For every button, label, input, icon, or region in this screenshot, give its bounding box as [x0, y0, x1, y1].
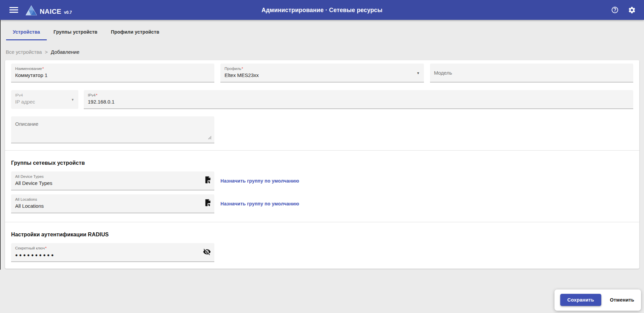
profile-select[interactable]: Профиль* Eltex MES23xx ▼: [220, 64, 424, 82]
help-icon[interactable]: [611, 6, 619, 14]
name-field[interactable]: Наименование* Коммутатор 1: [11, 64, 214, 82]
assign-from-list-icon[interactable]: [204, 176, 211, 186]
device-types-group-field[interactable]: All Device Types All Device Types: [11, 171, 214, 190]
assign-default-group-link[interactable]: Назначить группу по умолчанию: [220, 178, 299, 184]
eye-off-icon[interactable]: [203, 248, 211, 257]
device-types-label: All Device Types: [15, 174, 44, 179]
form-row-2: IPv4 IP адрес ▼ IPv4* 192.168.0.1: [11, 90, 633, 109]
brand-name: NAICE: [40, 8, 61, 15]
save-button[interactable]: Сохранить: [560, 294, 601, 306]
dropdown-arrow-icon[interactable]: ▼: [71, 98, 74, 102]
tab-devices[interactable]: Устройства: [6, 20, 47, 40]
description-textarea[interactable]: Описание: [11, 116, 214, 143]
description-placeholder: Описание: [15, 121, 210, 127]
required-asterisk: *: [42, 67, 44, 71]
form-actions-panel: Сохранить Отменить: [554, 289, 641, 311]
group-row-locations: All Locations All Locations Назначить гр…: [11, 194, 633, 213]
cancel-button[interactable]: Отменить: [610, 297, 634, 303]
tab-device-groups[interactable]: Группы устройств: [47, 20, 104, 40]
secret-key-masked-value: ●●●●●●●●●●: [15, 252, 210, 258]
model-field-placeholder: Модель: [434, 70, 452, 76]
breadcrumb-current: Добавление: [51, 49, 79, 55]
ipv4-field[interactable]: IPv4* 192.168.0.1: [84, 90, 633, 109]
locations-value: All Locations: [15, 203, 200, 209]
section-divider: [5, 150, 639, 151]
ipv4-field-value: 192.168.0.1: [88, 99, 629, 105]
locations-group-field[interactable]: All Locations All Locations: [11, 194, 214, 213]
groups-section-title: Группы сетевых устройств: [11, 160, 633, 166]
hamburger-menu-icon[interactable]: [9, 7, 18, 13]
settings-gear-icon[interactable]: [628, 6, 636, 14]
required-asterisk: *: [96, 93, 97, 97]
ipv4-field-label: IPv4: [88, 93, 96, 97]
locations-label: All Locations: [15, 197, 37, 201]
brand-version: v0.7: [64, 10, 72, 15]
name-field-label: Наименование: [15, 67, 42, 71]
app-bar: NAICE v0.7 Администрирование · Сетевые р…: [0, 0, 644, 20]
ip-type-label: IPv4: [15, 93, 23, 97]
device-types-value: All Device Types: [15, 180, 200, 186]
profile-field-value: Eltex MES23xx: [224, 72, 420, 78]
name-field-value: Коммутатор 1: [15, 72, 210, 78]
model-field[interactable]: Модель: [430, 64, 633, 82]
naice-logo-icon: [26, 5, 37, 15]
app-bar-actions: [611, 6, 636, 14]
breadcrumb: Все устройства > Добавление: [6, 49, 644, 55]
ip-type-select[interactable]: IPv4 IP адрес ▼: [11, 90, 78, 109]
profile-field-label: Профиль: [224, 67, 241, 71]
resize-handle-icon[interactable]: [207, 135, 212, 141]
secret-key-label: Секретный ключ: [15, 246, 45, 250]
dropdown-arrow-icon[interactable]: ▼: [417, 71, 420, 75]
page-title: Администрирование · Сетевые ресурсы: [261, 6, 382, 13]
assign-default-group-link[interactable]: Назначить группу по умолчанию: [220, 201, 299, 206]
device-form-card: Наименование* Коммутатор 1 Профиль* Elte…: [5, 60, 639, 269]
window-edge: [0, 20, 1, 270]
brand: NAICE v0.7: [26, 5, 72, 15]
form-row-1: Наименование* Коммутатор 1 Профиль* Elte…: [11, 64, 633, 82]
assign-from-list-icon[interactable]: [204, 199, 211, 208]
group-row-device-types: All Device Types All Device Types Назнач…: [11, 171, 633, 190]
ip-type-value: IP адрес: [15, 99, 74, 105]
required-asterisk: *: [45, 246, 46, 250]
radius-section-title: Настройки аутентификации RADIUS: [11, 232, 633, 238]
section-divider: [5, 222, 639, 222]
secret-key-field[interactable]: Секретный ключ* ●●●●●●●●●●: [11, 243, 214, 262]
breadcrumb-separator: >: [45, 49, 48, 55]
breadcrumb-all-devices[interactable]: Все устройства: [6, 49, 42, 55]
required-asterisk: *: [242, 67, 243, 71]
tab-device-profiles[interactable]: Профили устройств: [104, 20, 166, 40]
tab-bar: Устройства Группы устройств Профили устр…: [0, 20, 644, 40]
